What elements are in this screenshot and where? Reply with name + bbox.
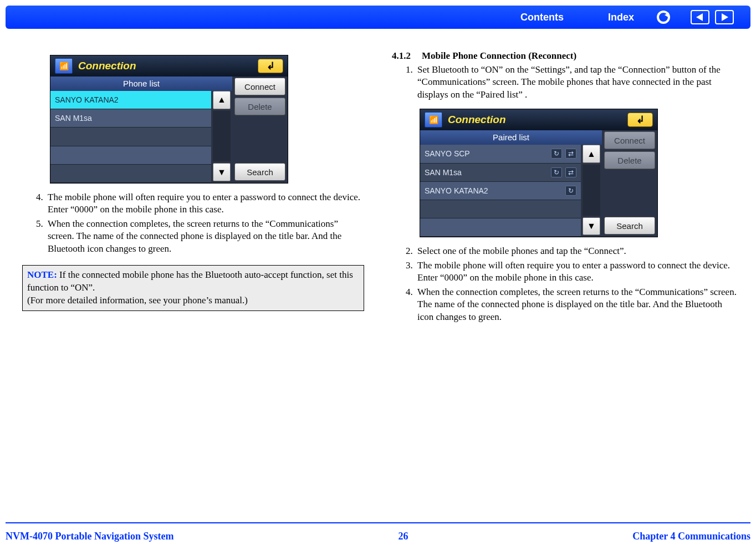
list-item[interactable]: SAN M1sa↻⇄ [420,164,581,182]
list-item[interactable] [50,146,211,165]
back-button[interactable]: ↲ [627,113,653,127]
list-item[interactable] [420,218,581,237]
list-item[interactable]: SANYO SCP↻⇄ [420,145,581,163]
index-link[interactable]: Index [608,12,634,23]
delete-button[interactable]: Delete [234,98,285,115]
left-column: 📶Connection↲Phone listSANYO KATANA2SAN M… [0,47,378,511]
step-item: The mobile phone will often require you … [415,259,739,284]
connect-button[interactable]: Connect [604,131,655,149]
prev-page-icon[interactable] [691,10,709,24]
heading-text: Mobile Phone Connection (Reconnect) [422,50,576,61]
status-icon: ↻ [551,149,562,159]
list-item-label: SANYO KATANA2 [425,186,488,195]
footer-left: NVM-4070 Portable Navigation System [6,531,173,542]
refresh-icon[interactable] [656,10,671,24]
footer-right: Chapter 4 Communications [632,531,750,542]
bluetooth-icon: 📶 [55,58,73,74]
step-item: When the connection completes, the scree… [45,218,364,255]
connection-screen-pairedlist: 📶Connection↲Paired listSANYO SCP↻⇄SAN M1… [420,109,658,237]
section-heading: 4.1.2Mobile Phone Connection (Reconnect) [392,50,739,62]
next-page-icon[interactable] [715,10,734,24]
list-item[interactable]: SANYO KATANA2↻ [420,182,581,200]
delete-button[interactable]: Delete [604,151,655,169]
footer-rule [6,522,750,523]
svg-marker-3 [696,13,703,21]
scrollbar-track[interactable] [213,111,231,162]
footer-page-number: 26 [398,531,408,542]
list-item-label: SANYO KATANA2 [55,95,119,104]
page-footer: NVM-4070 Portable Navigation System 26 C… [6,531,750,542]
svg-marker-5 [722,13,728,21]
top-toolbar: Contents Index [6,6,750,29]
step-item: When the connection completes, the scree… [415,286,739,323]
step-item: Set Bluetooth to “ON” on the “Settings”,… [415,64,739,101]
back-button[interactable]: ↲ [258,59,283,73]
status-icon: ⇄ [565,167,576,177]
step-item: Select one of the mobile phones and tap … [415,245,739,257]
list-item-label: SAN M1sa [425,168,462,177]
list-header: Phone list [50,77,232,91]
scroll-down-button[interactable]: ▼ [213,163,231,181]
list-item[interactable] [50,128,211,146]
page-body: 📶Connection↲Phone listSANYO KATANA2SAN M… [0,47,756,511]
connect-button[interactable]: Connect [234,78,285,95]
right-column: 4.1.2Mobile Phone Connection (Reconnect)… [378,47,756,511]
right-steps-a: Set Bluetooth to “ON” on the “Settings”,… [392,64,739,101]
scrollbar-track[interactable] [583,165,600,216]
contents-link[interactable]: Contents [520,12,564,23]
scroll-up-button[interactable]: ▲ [213,91,231,109]
note-box: NOTE: If the connected mobile phone has … [22,265,364,311]
connection-screen-phonelist: 📶Connection↲Phone listSANYO KATANA2SAN M… [50,55,288,184]
step-item: The mobile phone will often require you … [45,191,364,216]
left-steps: The mobile phone will often require you … [22,191,364,255]
list-item[interactable] [420,200,581,218]
status-icon: ⇄ [565,149,576,159]
list-item[interactable]: SANYO KATANA2 [50,91,211,109]
note-text: If the connected mobile phone has the Bl… [27,269,353,305]
note-label: NOTE: [27,269,57,280]
device-title: Connection [78,60,136,72]
list-item[interactable]: SAN M1sa [50,109,211,128]
scroll-up-button[interactable]: ▲ [583,145,600,163]
list-header: Paired list [420,130,602,145]
bluetooth-icon: 📶 [425,112,442,128]
device-title: Connection [448,114,506,126]
svg-point-0 [658,12,669,23]
right-steps-b: Select one of the mobile phones and tap … [392,245,739,323]
heading-number: 4.1.2 [392,50,422,62]
list-item-label: SAN M1sa [55,114,92,123]
status-icon: ↻ [551,167,562,177]
status-icon: ↻ [565,186,576,196]
search-button[interactable]: Search [604,217,655,235]
search-button[interactable]: Search [234,163,285,181]
list-item-label: SANYO SCP [425,149,470,158]
list-item[interactable] [50,165,211,183]
scroll-down-button[interactable]: ▼ [583,217,600,236]
